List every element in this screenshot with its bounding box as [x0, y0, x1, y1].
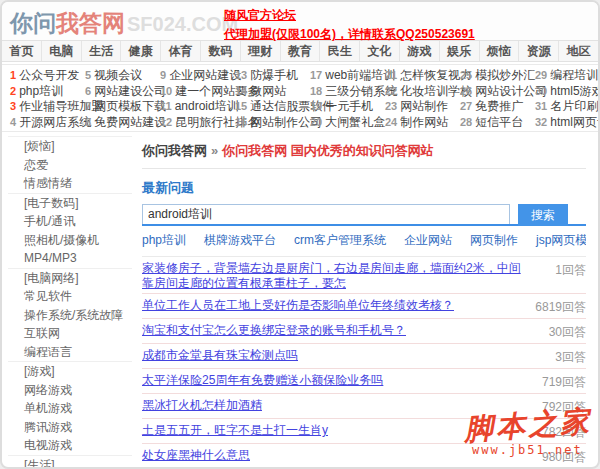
sidebar-item-os[interactable]: 操作系统/系统故障 — [8, 306, 132, 325]
sidebar-item-tencent-games[interactable]: 腾讯游戏 — [8, 418, 132, 437]
tag-link[interactable]: crm客户管理系统 — [294, 232, 386, 249]
hot-keywords-grid: 1公众号开发 2php培训 3作业辅导班加盟 4开源网店系统 5视频会议 6网站… — [2, 64, 598, 132]
hot-link[interactable]: 15通达信股票软件 — [235, 99, 310, 115]
hot-link[interactable]: 20大闸蟹礼盒 — [310, 115, 385, 131]
sidebar-item-single-games[interactable]: 单机游戏 — [8, 399, 132, 418]
tag-link[interactable]: php培训 — [142, 232, 186, 249]
question-link[interactable]: 成都市金堂县有珠宝检测点吗 — [142, 348, 298, 363]
breadcrumb-separator: » — [211, 143, 218, 158]
sidebar-item-tv-games[interactable]: 电视游戏 — [8, 436, 132, 455]
answer-count: 30回答 — [549, 323, 586, 341]
question-link[interactable]: 家装修房子，背景墙左边是厨房门，右边是房间走廊，墙面约2米，中间靠房间走廊的位置… — [142, 261, 524, 291]
question-link[interactable]: 淘宝和支付宝怎么更换绑定登录的账号和手机号？ — [142, 323, 406, 338]
sidebar-group-trouble[interactable]: [烦恼] — [8, 137, 132, 156]
sidebar-item-love[interactable]: 恋爱 — [8, 156, 132, 175]
hot-tags-row: php培训 棋牌游戏平台 crm客户管理系统 企业网站 网页制作 jsp网页模板… — [142, 226, 586, 257]
nav-item-home[interactable]: 首页 — [2, 41, 42, 61]
hot-link[interactable]: 30html5游戏开发 — [535, 84, 598, 100]
breadcrumb: 你问我答网»你问我答网 国内优秀的知识问答网站 — [142, 138, 586, 169]
answer-count: 782回答 — [542, 423, 586, 441]
breadcrumb-site-link[interactable]: 你问我答网 — [142, 143, 207, 158]
hot-link[interactable]: 14微网站 — [235, 84, 310, 100]
search-button[interactable]: 搜索 — [518, 204, 568, 226]
answer-count: 719回答 — [542, 373, 586, 391]
hot-link[interactable]: 22化妆培训学校 — [385, 84, 460, 100]
hot-link[interactable]: 26网站设计公司 — [460, 84, 535, 100]
nav-item-sports[interactable]: 体育 — [161, 41, 201, 61]
forum-link[interactable]: 随风官方论坛 — [224, 7, 475, 23]
sidebar-item-internet[interactable]: 互联网 — [8, 324, 132, 343]
question-list: 家装修房子，背景墙左边是厨房门，右边是房间走廊，墙面约2米，中间靠房间走廊的位置… — [142, 257, 586, 469]
search-input[interactable] — [142, 204, 510, 224]
question-link[interactable]: 黑冰打火机怎样加酒精 — [142, 398, 262, 413]
logo-domain: SF024.COM — [127, 13, 238, 35]
hot-link[interactable]: 5视频会议 — [85, 68, 160, 84]
hot-link[interactable]: 29编程培训班 — [535, 68, 598, 84]
hot-link[interactable]: 7网页模板下载 — [85, 99, 160, 115]
hot-link[interactable]: 1公众号开发 — [10, 68, 85, 84]
hot-link[interactable]: 12昆明旅行社排名 — [160, 115, 235, 131]
hot-link[interactable]: 17web前端培训 — [310, 68, 385, 84]
hot-link[interactable]: 2php培训 — [10, 84, 85, 100]
sidebar-item-programming[interactable]: 编程语言 — [8, 343, 132, 362]
hot-link[interactable]: 27免费推广 — [460, 99, 535, 115]
hot-link[interactable]: 8免费网站建设 — [85, 115, 160, 131]
hot-link[interactable]: 18三级分销系统 — [310, 84, 385, 100]
question-link[interactable]: 处女座黑神什么意思 — [142, 448, 250, 463]
sidebar-item-mobile[interactable]: 手机/通讯 — [8, 212, 132, 231]
hot-link[interactable]: 25模拟炒外汇 — [460, 68, 535, 84]
question-row: 土是五五开，旺字不是土打一生肖y782回答 — [142, 419, 586, 444]
tag-link[interactable]: 企业网站 — [404, 232, 452, 249]
answer-count: 1回答 — [555, 261, 586, 279]
hot-link[interactable]: 13防爆手机 — [235, 68, 310, 84]
hot-link[interactable]: 6网站建设公司 — [85, 84, 160, 100]
nav-item-life[interactable]: 生活 — [82, 41, 122, 61]
nav-item-resources[interactable]: 资源 — [519, 41, 559, 61]
hot-link[interactable]: 31名片印刷 — [535, 99, 598, 115]
logo-part2: 我答网 — [56, 10, 125, 36]
answer-count: 980回答 — [542, 448, 586, 466]
tab-latest-questions[interactable]: 最新问题 — [142, 179, 586, 197]
sidebar-item-software[interactable]: 常见软件 — [8, 287, 132, 306]
sidebar-group-life[interactable]: [生活] — [8, 455, 132, 469]
search-bar: 搜索 — [142, 204, 586, 226]
hot-link[interactable]: 3作业辅导班加盟 — [10, 99, 85, 115]
hot-link[interactable]: 23网站制作 — [385, 99, 460, 115]
hot-link[interactable]: 21怎样恢复视力 — [385, 68, 460, 84]
sidebar-item-emotion[interactable]: 情感情绪 — [8, 174, 132, 193]
sidebar-item-mp4mp3[interactable]: MP4/MP3 — [8, 249, 132, 268]
tag-link[interactable]: 网页制作 — [470, 232, 518, 249]
hot-link[interactable]: 19一元手机 — [310, 99, 385, 115]
hot-link[interactable]: 4开源网店系统 — [10, 115, 85, 131]
hot-link[interactable]: 9企业网站建设 — [160, 68, 235, 84]
question-link[interactable]: 土是五五开，旺字不是土打一生肖y — [142, 423, 328, 438]
question-row: 黑冰打火机怎样加酒精792回答 — [142, 394, 586, 419]
hot-link[interactable]: 10建一个网站要多 — [160, 84, 235, 100]
answer-count: 792回答 — [542, 398, 586, 416]
question-link[interactable]: 单位工作人员在工地上受好伤是否影响单位年终绩效考核？ — [142, 298, 454, 313]
hot-link[interactable]: 16网站制作公司 — [235, 115, 310, 131]
answer-count: 6819回答 — [535, 298, 586, 316]
nav-item-health[interactable]: 健康 — [121, 41, 161, 61]
hot-link[interactable]: 11android培训 — [160, 99, 235, 115]
hot-link[interactable]: 24制作网站 — [385, 115, 460, 131]
nav-item-trouble[interactable]: 烦恼 — [480, 41, 520, 61]
tag-link[interactable]: 棋牌游戏平台 — [204, 232, 276, 249]
sidebar-group-digital[interactable]: [电子数码] — [8, 193, 132, 213]
site-logo[interactable]: 你问我答网SF024.COM — [10, 8, 238, 39]
hot-link[interactable]: 28短信平台 — [460, 115, 535, 131]
sidebar-group-games[interactable]: [游戏] — [8, 361, 132, 381]
agent-join-link[interactable]: 代理加盟(仅限100名)，详情联系QQ250523691 — [224, 26, 475, 42]
sidebar-item-online-games[interactable]: 网络游戏 — [8, 381, 132, 400]
sidebar-item-camera[interactable]: 照相机/摄像机 — [8, 231, 132, 250]
question-link[interactable]: 太平洋保险25周年有免费赠送小额保险业务吗 — [142, 373, 383, 388]
nav-item-computer[interactable]: 电脑 — [42, 41, 82, 61]
nav-item-region[interactable]: 地区 — [559, 41, 598, 61]
hot-link[interactable]: 32html网页设计 — [535, 115, 598, 131]
question-row: 家装修房子，背景墙左边是厨房门，右边是房间走廊，墙面约2米，中间靠房间走廊的位置… — [142, 257, 586, 294]
tag-link[interactable]: jsp网页模板 — [536, 232, 586, 249]
sidebar-group-network[interactable]: [电脑网络] — [8, 268, 132, 288]
question-row: 成都市金堂县有珠宝检测点吗3回答 — [142, 344, 586, 369]
question-row: 单位工作人员在工地上受好伤是否影响单位年终绩效考核？6819回答 — [142, 294, 586, 319]
page: 你问我答网SF024.COM 随风官方论坛 代理加盟(仅限100名)，详情联系Q… — [0, 0, 600, 469]
